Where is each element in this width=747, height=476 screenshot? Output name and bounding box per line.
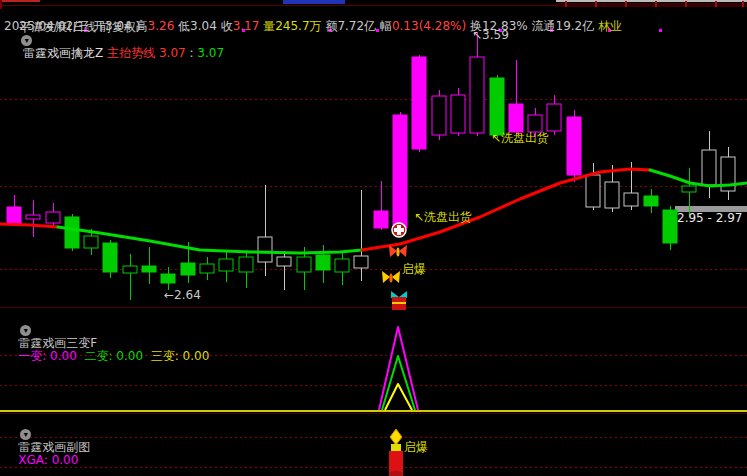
quote-field: 额7.72亿 (325, 19, 380, 33)
quote-field: 3.17 (233, 19, 264, 33)
middle-panel-header: ▾ 雷霆戏画三变F 一变: 0.00 二变: 0.00 三变: 0.00 (3, 311, 209, 376)
chevron-down-icon: ▾ (24, 326, 28, 335)
top-blue-segment (283, 0, 345, 4)
quote-field: 收 (221, 19, 233, 33)
firecracker-marker-icon (389, 429, 403, 476)
ma-line (0, 224, 58, 227)
xga-value: XGA: 0.00 (18, 453, 78, 467)
collapse-middle-panel-icon[interactable]: ▾ (20, 325, 31, 336)
low-price-annotation: ←2.64 (164, 289, 201, 301)
price-band-label: 2.95 - 2.97 (677, 212, 742, 224)
top-left-edge (0, 0, 2, 9)
bottom-indicator-name[interactable]: 雷霆戏画副图 (18, 440, 94, 454)
chrome-tick (565, 1, 567, 7)
bottom-panel-header: ▾ 雷霆戏画副图 XGA: 0.00 (3, 415, 94, 476)
quote-field: 林业 (598, 19, 622, 33)
cross-marker-icon (392, 223, 406, 237)
top-gray-scroll-line[interactable] (556, 0, 747, 2)
chevron-down-icon: ▾ (24, 430, 28, 439)
signal-dot (659, 29, 662, 32)
candles (7, 33, 735, 300)
high-price-annotation: ↖3.59 (472, 29, 509, 41)
quote-field: 低3.04 (178, 19, 221, 33)
quote-field: 流通19.2亿 (532, 19, 599, 33)
gift-marker-icon (391, 291, 407, 310)
header-field: 3.07 (197, 46, 224, 60)
middle-indicator-value: 二变: 0.00 (84, 349, 150, 363)
chrome-tick (625, 1, 627, 7)
main-indicator-readout[interactable]: 雷霆戏画擒龙Z 主抬势线 3.07 : 3.07 (19, 46, 224, 60)
chrome-tick (655, 1, 657, 7)
chrome-tick (685, 1, 687, 7)
header-field: 主抬势线 (107, 46, 159, 60)
top-left-red-segment (0, 0, 40, 2)
header-field: 3.07 (159, 46, 186, 60)
collapse-bottom-panel-icon[interactable]: ▾ (20, 429, 31, 440)
chrome-tick (715, 1, 717, 7)
quote-field: 量245.7万 (263, 19, 325, 33)
middle-indicator-values: 一变: 0.00 二变: 0.00 三变: 0.00 (18, 349, 209, 363)
chrome-tick (742, 1, 744, 7)
top-right-red-bar (556, 3, 747, 7)
quote-line: 2025/04/02/三 开3.04 高3.26 低3.04 收3.17 量24… (4, 20, 622, 33)
quote-field: 3.26 (148, 19, 179, 33)
ignite-label-sub: 启爆 (404, 441, 428, 453)
quote-field: 幅 (380, 19, 392, 33)
washout-annotation-left: ↖洗盘出货 (414, 211, 472, 223)
collapse-indicator-icon[interactable]: ▾ (21, 35, 32, 46)
quote-field: 2025/04/02/三 开3.04 (4, 19, 136, 33)
chrome-tick (595, 1, 597, 7)
middle-indicator-name[interactable]: 雷霆戏画三变F (18, 336, 101, 350)
trading-app-window: 平潭发展(日线 前复权) ▾ 雷霆戏画擒龙Z 主抬势线 3.07 : 3.07 … (0, 0, 747, 476)
washout-annotation-right: ↖洗盘出货 (491, 132, 549, 144)
quote-field: 高 (136, 19, 148, 33)
header-field: : (186, 46, 198, 60)
butterfly-marker-icon (382, 271, 400, 283)
chevron-down-icon: ▾ (25, 36, 29, 45)
quote-field: 0.13(4.28%) (392, 19, 470, 33)
middle-indicator-value: 三变: 0.00 (151, 349, 210, 363)
middle-indicator-value: 一变: 0.00 (18, 349, 84, 363)
ignite-label-main: 启爆 (402, 263, 426, 275)
header-field: 雷霆戏画擒龙Z (19, 46, 107, 60)
header-line: 平潭发展(日线 前复权) ▾ 雷霆戏画擒龙Z 主抬势线 3.07 : 3.07 (4, 8, 224, 73)
